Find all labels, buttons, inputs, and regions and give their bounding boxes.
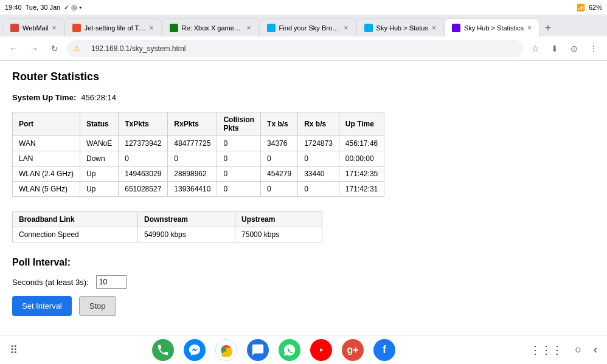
taskbar-messages[interactable] [247,339,269,361]
battery-display: 62% [589,4,602,11]
set-interval-button[interactable]: Set Interval [12,296,72,316]
tab-sky-hub[interactable]: Sky Hub > Status × [356,18,444,36]
table-row: Connection Speed549900 kbps75000 kbps [13,227,322,242]
taskbar-youtube[interactable] [310,339,332,361]
new-tab-button[interactable]: + [539,19,557,36]
table-cell: 0 [298,151,339,167]
wifi-icon: 📶 [577,4,585,12]
taskbar-google-plus[interactable]: g+ [342,339,364,361]
table-cell: WLAN (2.4 GHz) [13,167,80,182]
broadband-table: Broadband Link Downstream Upstream Conne… [12,211,322,242]
back-button[interactable]: ← [5,40,22,57]
download-button[interactable]: ⬇ [546,40,563,57]
table-cell: 454279 [261,167,298,182]
taskbar-back-icon[interactable]: ‹ [594,343,597,356]
table-cell: Connection Speed [13,227,138,242]
stop-button[interactable]: Stop [79,296,116,316]
table-cell: 171:42:31 [339,182,384,197]
tab-label-sky-hub: Sky Hub > Status [376,24,428,32]
table-cell: WAN [13,136,80,151]
tab-favicon-xbox [170,24,178,32]
col-bb-link: Broadband Link [13,212,138,227]
poll-row: Seconds (at least 3s): [12,275,595,289]
tab-close-sky-find[interactable]: × [344,24,349,32]
table-cell: 0 [217,151,261,167]
taskbar-phone[interactable] [152,339,174,361]
col-collision: CollisionPkts [217,112,261,136]
taskbar-messenger[interactable] [184,339,206,361]
bookmark-button[interactable]: ☆ [527,40,544,57]
tab-favicon-sky-hub [364,24,373,32]
col-rxbs: Rx b/s [298,112,339,136]
table-cell: 28898962 [168,167,217,182]
col-status: Status [80,112,119,136]
uptime-label: System Up Time: [12,93,76,102]
forward-button[interactable]: → [26,40,43,57]
taskbar-home-icon[interactable]: ○ [575,343,581,356]
table-cell: 456:17:46 [339,136,384,151]
table-cell: 0 [261,151,298,167]
poll-input[interactable] [96,275,127,289]
table-cell: 1724873 [298,136,339,151]
table-cell: 0 [119,151,168,167]
taskbar-menu-icon[interactable]: ⋮⋮⋮ [530,343,563,357]
tab-close-xbox[interactable]: × [247,24,251,32]
page-content: Router Statistics System Up Time: 456:28… [0,61,607,335]
taskbar-chrome[interactable] [215,339,237,361]
table-cell: 0 [168,151,217,167]
table-cell: 171:42:35 [339,167,384,182]
col-txbs: Tx b/s [261,112,298,136]
table-cell: 127373942 [119,136,168,151]
address-input[interactable] [84,40,517,57]
account-button[interactable]: ⊙ [566,40,583,57]
app-drawer-button[interactable]: ⠿ [10,343,18,357]
tab-label-sky-find: Find your Sky Broadba... [279,24,341,32]
reload-button[interactable]: ↻ [46,40,63,57]
tab-favicon-sky-stats [452,24,460,32]
tab-close-jetset[interactable]: × [150,24,154,32]
taskbar-facebook[interactable]: f [373,339,395,361]
tab-jetset[interactable]: Jet-setting life of Traito × [64,18,162,36]
time-display: 19:40 [5,4,22,11]
col-txpkts: TxPkts [119,112,168,136]
tab-favicon-webmail [10,24,19,32]
table-row: LANDown0000000:00:00 [13,151,384,167]
security-warning-icon: ⚠ [73,44,80,53]
col-rxpkts: RxPkts [168,112,217,136]
stats-table: Port Status TxPkts RxPkts CollisionPkts … [12,112,384,197]
taskbar-center-apps: g+ f [152,339,395,361]
status-bar-right: 📶 62% [577,4,602,12]
buttons-row: Set Interval Stop [12,296,595,316]
tab-sky-stats[interactable]: Sky Hub > Statistics × [444,18,539,36]
tab-label-sky-stats: Sky Hub > Statistics [464,24,524,32]
table-cell: WLAN (5 GHz) [13,182,80,197]
tab-favicon-jetset [72,24,81,32]
uptime-row: System Up Time: 456:28:14 [12,93,595,102]
table-cell: 0 [217,167,261,182]
notification-icons: ✓ ◎ • [64,4,82,12]
tab-webmail[interactable]: WebMail × [2,18,64,36]
tab-close-webmail[interactable]: × [52,24,57,32]
table-cell: Up [80,167,119,182]
table-cell: 0 [298,182,339,197]
taskbar-right: ⋮⋮⋮ ○ ‹ [530,343,597,357]
taskbar-apps: ⠿ [10,343,18,357]
tab-label-xbox: Re: Xbox X games lagg... [182,24,243,32]
tab-label-webmail: WebMail [23,24,49,32]
tab-close-sky-stats[interactable]: × [527,24,532,32]
tab-sky-find[interactable]: Find your Sky Broadba... × [259,18,356,36]
table-row: WANWANoE12737394248477772503437617248734… [13,136,384,151]
table-cell: 0 [261,182,298,197]
table-cell: 139364410 [168,182,217,197]
tab-xbox[interactable]: Re: Xbox X games lagg... × [162,18,259,36]
table-cell: 75000 kbps [235,227,322,242]
menu-button[interactable]: ⋮ [585,40,602,57]
date-display: Tue, 30 Jan [26,4,61,11]
status-bar: 19:40 Tue, 30 Jan ✓ ◎ • 📶 62% [0,0,607,15]
tab-close-sky-hub[interactable]: × [432,24,436,32]
table-cell: 0 [217,182,261,197]
address-bar: ← → ↻ ⚠ ☆ ⬇ ⊙ ⋮ [0,36,607,61]
uptime-value: 456:28:14 [81,93,116,102]
address-icons: ☆ ⬇ ⊙ ⋮ [527,40,602,57]
taskbar-whatsapp[interactable] [279,339,300,361]
